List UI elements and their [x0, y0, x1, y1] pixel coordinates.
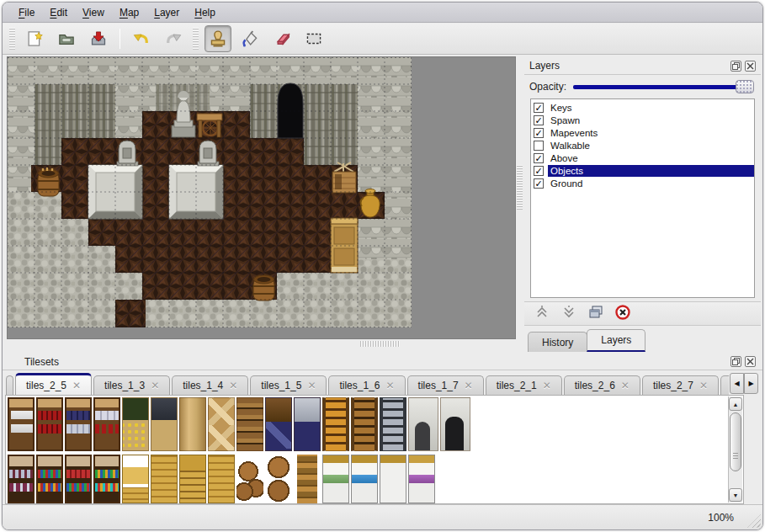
undo-button[interactable]	[128, 25, 155, 52]
tile-shelf-dishes[interactable]	[8, 397, 35, 451]
menu-layer[interactable]: Layer	[146, 3, 187, 23]
tileset-scrollbar[interactable]: ▲ ▼	[728, 396, 742, 503]
delete-icon[interactable]	[615, 305, 630, 323]
layer-row-spawn[interactable]: ✓Spawn	[531, 114, 754, 126]
tile-bed-green[interactable]	[322, 455, 349, 503]
tile-crates-b[interactable]	[151, 455, 178, 503]
toolbar-handle[interactable]	[193, 28, 199, 50]
tile-ladder-orange[interactable]	[322, 397, 349, 451]
tileset-tab-tiles_1_3[interactable]: tiles_1_3✕	[93, 375, 170, 395]
duplicate-icon[interactable]	[588, 305, 603, 323]
tab-layers[interactable]: Layers	[587, 329, 645, 352]
tileset-tab-tiles_1_6[interactable]: tiles_1_6✕	[328, 375, 405, 395]
layer-visibility-checkbox[interactable]: ✓	[534, 153, 544, 163]
tile-ladder-steel[interactable]	[380, 397, 406, 451]
layer-visibility-checkbox[interactable]: ✓	[534, 178, 544, 189]
tab-close-icon[interactable]: ✕	[151, 380, 159, 391]
opacity-slider[interactable]	[573, 80, 754, 93]
scroll-down-icon[interactable]: ▼	[729, 488, 742, 502]
tileset-tab-tiles_2_6[interactable]: tiles_2_6✕	[564, 375, 640, 395]
tile-crates-c[interactable]	[179, 455, 206, 503]
layer-visibility-checkbox[interactable]: ✓	[534, 115, 544, 125]
menu-map[interactable]: Map	[112, 3, 146, 23]
select-rect-tool-button[interactable]	[300, 25, 327, 52]
tile-metal-navy[interactable]	[294, 397, 321, 451]
open-folder-button[interactable]	[53, 25, 80, 52]
tab-scroll-right-button[interactable]: ▶	[744, 373, 758, 394]
tile-bs-1[interactable]	[8, 455, 35, 503]
tile-flower-sack[interactable]	[122, 397, 149, 451]
tileset-tab-tiles_2_5[interactable]: tiles_2_5✕	[15, 373, 92, 395]
tile-arch[interactable]	[408, 397, 438, 451]
tile-chest-navy[interactable]	[265, 397, 292, 451]
menu-edit[interactable]: Edit	[42, 3, 75, 23]
float-icon[interactable]	[730, 356, 741, 367]
tileset-tab-tiles_1_4[interactable]: tiles_1_4✕	[172, 375, 248, 395]
save-button[interactable]	[85, 25, 112, 52]
toolbar-handle[interactable]	[9, 28, 15, 50]
tab-close-icon[interactable]: ✕	[72, 380, 81, 391]
tab-scroll-left-button[interactable]: ◀	[730, 373, 744, 394]
tile-shelf-blue[interactable]	[65, 397, 92, 451]
tileset-tab-tiles_2_1[interactable]: tiles_2_1✕	[486, 375, 562, 395]
menu-help[interactable]: Help	[187, 3, 223, 23]
tile-shelf-red[interactable]	[36, 397, 63, 451]
float-icon[interactable]	[730, 61, 741, 72]
tile-ladder-brown[interactable]	[351, 397, 378, 451]
tile-sack-tall[interactable]	[179, 397, 206, 451]
tile-pots[interactable]	[294, 455, 321, 503]
tab-close-icon[interactable]: ✕	[699, 380, 708, 391]
tileset-tab-tiles_[interactable]: tiles_✕	[720, 375, 729, 395]
vertical-splitter[interactable]	[517, 164, 523, 210]
close-icon[interactable]	[745, 61, 756, 72]
tile-bed-white[interactable]	[380, 455, 406, 503]
close-icon[interactable]	[745, 356, 756, 367]
tile-shelf-jars[interactable]	[93, 397, 120, 451]
tile-crates-b[interactable]	[208, 455, 235, 503]
tab-close-icon[interactable]: ✕	[543, 380, 551, 391]
tile-bs-4[interactable]	[93, 455, 120, 503]
tileset-tab-tiles_2_7[interactable]: tiles_2_7✕	[642, 375, 719, 395]
tileset-tab-partial[interactable]	[6, 375, 13, 395]
tile-coal-sack[interactable]	[151, 397, 178, 451]
new-file-button[interactable]	[21, 25, 48, 52]
opacity-slider-handle[interactable]	[736, 80, 754, 93]
scrollbar-thumb[interactable]	[730, 412, 741, 471]
tile-barrels-two[interactable]	[265, 455, 292, 503]
tile-bs-2[interactable]	[36, 455, 63, 503]
horizontal-splitter[interactable]	[360, 341, 401, 347]
tab-close-icon[interactable]: ✕	[229, 380, 237, 391]
tile-barrels[interactable]	[236, 455, 263, 503]
tile-arch-dark[interactable]	[440, 397, 470, 451]
move-down-icon[interactable]	[561, 305, 576, 323]
layer-row-keys[interactable]: ✓Keys	[531, 101, 754, 114]
scroll-up-icon[interactable]: ▲	[729, 397, 742, 411]
tab-close-icon[interactable]: ✕	[465, 380, 473, 391]
tile-chest-bands[interactable]	[236, 397, 263, 451]
layer-visibility-checkbox[interactable]: ✓	[534, 103, 544, 113]
tab-close-icon[interactable]: ✕	[307, 380, 316, 391]
menu-view[interactable]: View	[75, 3, 112, 23]
tile-bs-3[interactable]	[65, 455, 92, 503]
tile-bed-purple[interactable]	[408, 455, 435, 503]
stamp-tool-button[interactable]	[205, 25, 231, 52]
tile-bed-blue[interactable]	[351, 455, 378, 503]
tab-close-icon[interactable]: ✕	[621, 380, 630, 391]
tileset-tab-tiles_1_7[interactable]: tiles_1_7✕	[407, 375, 484, 395]
tile-crates-a[interactable]	[122, 455, 149, 503]
layer-row-ground[interactable]: ✓Ground	[531, 177, 754, 189]
layer-visibility-checkbox[interactable]: ✓	[534, 128, 544, 138]
redo-button[interactable]	[160, 25, 187, 52]
tab-close-icon[interactable]: ✕	[385, 380, 394, 391]
map-viewport[interactable]	[7, 56, 516, 339]
layer-row-above[interactable]: ✓Above	[531, 152, 754, 164]
layer-row-objects[interactable]: ✓Objects	[531, 164, 754, 177]
layer-row-walkable[interactable]: Walkable	[531, 139, 754, 152]
layer-row-mapevents[interactable]: ✓Mapevents	[531, 126, 754, 139]
tile-crate-x[interactable]	[208, 397, 235, 451]
layer-visibility-checkbox[interactable]: ✓	[534, 166, 544, 176]
layer-visibility-checkbox[interactable]	[534, 141, 544, 151]
eraser-tool-button[interactable]	[268, 25, 295, 52]
move-up-icon[interactable]	[534, 305, 550, 323]
resize-grip-icon[interactable]	[747, 514, 761, 528]
